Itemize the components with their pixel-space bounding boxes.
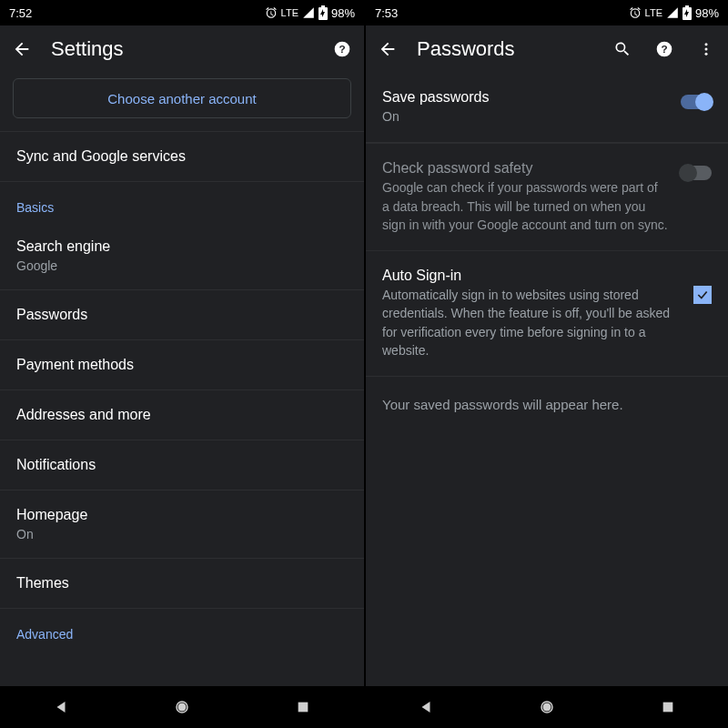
- battery-icon: [682, 5, 692, 20]
- more-vert-icon: [698, 41, 714, 57]
- search-engine-row[interactable]: Search engine Google: [0, 222, 364, 290]
- search-icon: [613, 40, 632, 58]
- app-bar: Settings ?: [0, 25, 364, 73]
- payment-row[interactable]: Payment methods: [0, 340, 364, 390]
- save-passwords-title: Save passwords: [382, 89, 668, 106]
- status-lte: LTE: [281, 7, 298, 18]
- choose-account-link: Choose another account: [107, 91, 256, 106]
- choose-account-box[interactable]: Choose another account: [13, 78, 351, 118]
- auto-signin-row[interactable]: Auto Sign-in Automatically sign in to we…: [366, 251, 728, 377]
- save-passwords-switch[interactable]: [681, 95, 712, 109]
- svg-rect-16: [662, 703, 672, 713]
- svg-point-15: [542, 703, 551, 712]
- status-battery: 98%: [331, 6, 355, 20]
- themes-title: Themes: [16, 575, 348, 592]
- back-button[interactable]: [375, 36, 400, 62]
- passwords-row[interactable]: Passwords: [0, 290, 364, 340]
- addresses-row[interactable]: Addresses and more: [0, 390, 364, 440]
- auto-signin-title: Auto Sign-in: [382, 268, 681, 284]
- status-battery: 98%: [695, 6, 719, 20]
- check-safety-switch: [681, 166, 712, 180]
- nav-recent[interactable]: [290, 694, 316, 720]
- app-bar: Passwords ?: [366, 25, 728, 73]
- status-icons: LTE 98%: [629, 5, 719, 20]
- sync-row[interactable]: Sync and Google services: [0, 131, 364, 182]
- arrow-back-icon: [12, 39, 32, 59]
- nav-bar: [0, 686, 364, 728]
- addresses-title: Addresses and more: [16, 407, 348, 423]
- alarm-icon: [265, 6, 278, 19]
- check-icon: [696, 288, 709, 301]
- settings-content: Choose another account Sync and Google s…: [0, 73, 364, 686]
- svg-point-13: [705, 53, 708, 56]
- status-time: 7:52: [9, 6, 32, 20]
- svg-point-12: [705, 48, 708, 51]
- page-title: Settings: [51, 37, 313, 61]
- auto-signin-desc: Automatically sign in to websites using …: [382, 286, 681, 359]
- passwords-content: Save passwords On Check password safety …: [366, 73, 728, 686]
- passwords-title: Passwords: [16, 307, 348, 323]
- search-engine-title: Search engine: [16, 238, 348, 255]
- nav-home[interactable]: [534, 694, 560, 720]
- help-icon: ?: [655, 40, 673, 58]
- triangle-back-icon: [53, 699, 69, 715]
- nav-recent[interactable]: [655, 694, 681, 720]
- overflow-button[interactable]: [693, 36, 719, 62]
- themes-row[interactable]: Themes: [0, 559, 364, 609]
- status-bar: 7:52 LTE 98%: [0, 0, 364, 25]
- status-lte: LTE: [645, 7, 662, 18]
- help-button[interactable]: ?: [652, 36, 677, 62]
- svg-text:?: ?: [339, 43, 345, 55]
- payment-title: Payment methods: [16, 357, 348, 373]
- arrow-back-icon: [378, 39, 398, 59]
- nav-home[interactable]: [169, 694, 195, 720]
- signal-icon: [666, 6, 679, 19]
- status-time: 7:53: [375, 6, 398, 20]
- homepage-sub: On: [16, 527, 348, 541]
- empty-passwords: Your saved passwords will appear here.: [366, 377, 728, 432]
- homepage-title: Homepage: [16, 507, 348, 523]
- save-passwords-row[interactable]: Save passwords On: [366, 73, 728, 143]
- back-button[interactable]: [9, 36, 35, 62]
- square-recent-icon: [296, 700, 310, 714]
- triangle-back-icon: [418, 699, 434, 715]
- search-engine-sub: Google: [16, 258, 348, 273]
- battery-icon: [318, 5, 328, 20]
- status-icons: LTE 98%: [265, 5, 355, 20]
- nav-back[interactable]: [48, 694, 74, 720]
- notifications-row[interactable]: Notifications: [0, 440, 364, 490]
- check-safety-desc: Google can check if your passwords were …: [382, 178, 668, 234]
- section-advanced: Advanced: [0, 609, 364, 649]
- homepage-row[interactable]: Homepage On: [0, 490, 364, 559]
- auto-signin-checkbox[interactable]: [693, 286, 712, 304]
- settings-screen: 7:52 LTE 98% Settings ? Choose another a…: [0, 0, 364, 728]
- signal-icon: [302, 6, 315, 19]
- passwords-screen: 7:53 LTE 98% Passwords ? Save passwords …: [364, 0, 728, 728]
- nav-bar: [366, 686, 728, 728]
- notifications-title: Notifications: [16, 457, 348, 473]
- status-bar: 7:53 LTE 98%: [366, 0, 728, 25]
- svg-rect-8: [685, 5, 689, 7]
- svg-text:?: ?: [661, 43, 667, 55]
- sync-title: Sync and Google services: [16, 148, 348, 165]
- svg-rect-6: [298, 703, 308, 713]
- svg-point-11: [705, 43, 708, 46]
- circle-home-icon: [539, 699, 555, 715]
- check-safety-title: Check password safety: [382, 160, 668, 177]
- svg-point-5: [177, 703, 186, 712]
- circle-home-icon: [174, 699, 190, 715]
- save-passwords-sub: On: [382, 107, 668, 126]
- square-recent-icon: [661, 700, 675, 714]
- alarm-icon: [629, 6, 642, 19]
- help-button[interactable]: ?: [329, 36, 355, 62]
- nav-back[interactable]: [413, 694, 439, 720]
- svg-rect-1: [321, 5, 325, 7]
- check-safety-row: Check password safety Google can check i…: [366, 143, 728, 251]
- search-button[interactable]: [610, 36, 635, 62]
- section-basics: Basics: [0, 182, 364, 222]
- help-icon: ?: [333, 40, 351, 58]
- page-title: Passwords: [417, 37, 593, 61]
